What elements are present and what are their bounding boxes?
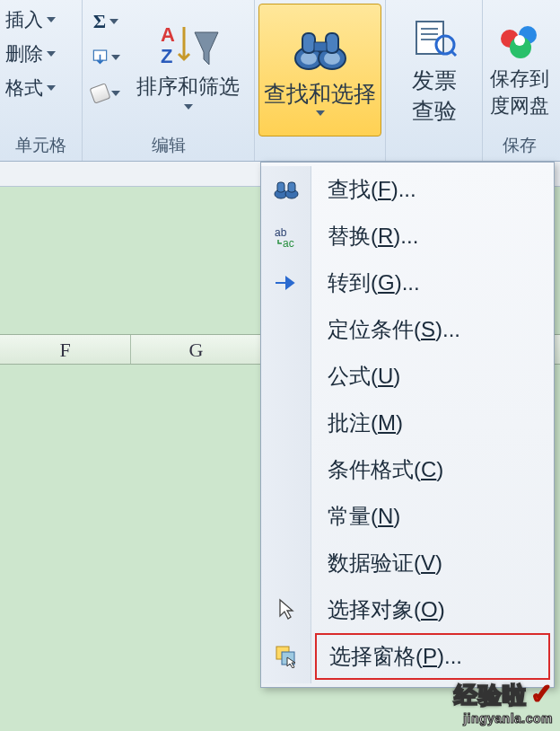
group-label-editing: 编辑 bbox=[83, 134, 254, 157]
ribbon-group-find-select: 查找和选择 bbox=[255, 0, 386, 161]
menu-item-select-objects[interactable]: 选择对象(O) bbox=[311, 586, 554, 633]
svg-rect-7 bbox=[302, 33, 315, 53]
find-select-button[interactable]: 查找和选择 bbox=[258, 4, 381, 137]
insert-label: 插入 bbox=[5, 7, 43, 32]
menu-item-find[interactable]: 查找(F)... bbox=[311, 166, 554, 213]
sort-filter-label: 排序和筛选 bbox=[136, 75, 240, 100]
sort-filter-button[interactable]: A Z 排序和筛选 bbox=[126, 2, 250, 128]
clear-button[interactable] bbox=[92, 79, 120, 108]
menu-item-selection-pane[interactable]: 选择窗格(P)... bbox=[315, 633, 550, 680]
dropdown-icon bbox=[47, 17, 56, 22]
eraser-icon bbox=[89, 83, 110, 103]
group-label-save: 保存 bbox=[483, 134, 556, 157]
dropdown-icon bbox=[316, 110, 325, 116]
dropdown-icon bbox=[184, 104, 193, 110]
svg-rect-22 bbox=[277, 182, 284, 192]
format-label: 格式 bbox=[5, 75, 43, 101]
fill-down-icon bbox=[92, 48, 109, 67]
column-header[interactable]: G bbox=[131, 335, 262, 364]
svg-point-5 bbox=[301, 52, 317, 65]
dropdown-icon bbox=[47, 51, 56, 57]
svg-text:Z: Z bbox=[161, 45, 172, 67]
ribbon: 插入 删除 格式 单元格 Σ bbox=[0, 0, 560, 162]
ribbon-group-cells: 插入 删除 格式 单元格 bbox=[0, 0, 83, 161]
svg-point-6 bbox=[324, 52, 340, 65]
menu-item-goto[interactable]: 转到(G)... bbox=[311, 260, 554, 306]
blank-icon bbox=[261, 400, 311, 446]
cloud-icon bbox=[497, 22, 542, 64]
invoice-label-1: 发票 bbox=[412, 66, 457, 93]
replace-icon: ab ac bbox=[261, 213, 311, 260]
cursor-icon bbox=[261, 586, 311, 633]
binoculars-icon bbox=[291, 24, 350, 76]
ribbon-group-invoice: 发票 查验 bbox=[386, 0, 483, 161]
ribbon-group-editing: Σ A Z bbox=[83, 0, 255, 161]
fill-button[interactable] bbox=[92, 43, 120, 72]
delete-button[interactable]: 删除 bbox=[4, 40, 78, 68]
arrow-right-icon bbox=[261, 260, 311, 306]
menu-item-comments[interactable]: 批注(M) bbox=[311, 400, 554, 446]
save-label-1: 保存到 bbox=[490, 67, 549, 91]
save-label-2: 度网盘 bbox=[490, 94, 549, 118]
blank-icon bbox=[261, 306, 311, 353]
group-label-cells: 单元格 bbox=[0, 134, 82, 157]
watermark: 经验啦 ✓ jingyanla.com bbox=[454, 678, 553, 726]
invoice-icon bbox=[411, 16, 458, 63]
find-select-label: 查找和选择 bbox=[264, 80, 376, 107]
blank-icon bbox=[261, 540, 311, 586]
invoice-verify-button[interactable]: 发票 查验 bbox=[389, 4, 478, 137]
menu-icon-column: ab ac bbox=[261, 166, 311, 683]
sort-filter-icon: A Z bbox=[157, 20, 220, 69]
blank-icon bbox=[261, 353, 311, 400]
invoice-label-2: 查验 bbox=[412, 97, 457, 124]
watermark-brand: 经验啦 bbox=[454, 682, 527, 709]
svg-text:ac: ac bbox=[283, 237, 294, 247]
find-select-dropdown: ab ac bbox=[260, 162, 555, 688]
menu-item-goto-special[interactable]: 定位条件(S)... bbox=[311, 306, 554, 353]
dropdown-icon bbox=[111, 55, 120, 60]
blank-icon bbox=[261, 446, 311, 493]
svg-rect-8 bbox=[326, 33, 338, 53]
save-baidu-button[interactable]: 保存到 度网盘 bbox=[486, 4, 553, 137]
check-icon: ✓ bbox=[530, 679, 553, 709]
binocular-icon bbox=[261, 166, 311, 213]
watermark-url: jingyanla.com bbox=[454, 711, 553, 726]
menu-item-conditional-formatting[interactable]: 条件格式(C) bbox=[311, 446, 554, 493]
format-button[interactable]: 格式 bbox=[4, 74, 78, 102]
dropdown-icon bbox=[111, 91, 120, 96]
ribbon-group-save: 保存到 度网盘 保存 bbox=[483, 0, 556, 161]
dropdown-icon bbox=[109, 19, 118, 24]
delete-label: 删除 bbox=[5, 41, 43, 66]
svg-text:A: A bbox=[161, 23, 175, 46]
column-header[interactable]: F bbox=[0, 335, 131, 364]
svg-line-15 bbox=[451, 51, 456, 56]
menu-item-replace[interactable]: 替换(R)... bbox=[311, 213, 554, 260]
menu-item-formulas[interactable]: 公式(U) bbox=[311, 353, 554, 400]
svg-rect-9 bbox=[314, 42, 327, 51]
menu-item-constants[interactable]: 常量(N) bbox=[311, 493, 554, 540]
selection-pane-icon bbox=[261, 633, 311, 680]
blank-icon bbox=[261, 493, 311, 540]
svg-rect-23 bbox=[288, 182, 295, 192]
menu-items: 查找(F)... 替换(R)... 转到(G)... 定位条件(S)... 公式… bbox=[311, 166, 554, 683]
autosum-button[interactable]: Σ bbox=[92, 7, 120, 36]
sigma-icon: Σ bbox=[93, 10, 106, 33]
svg-point-19 bbox=[514, 35, 525, 46]
dropdown-icon bbox=[47, 85, 56, 91]
menu-item-data-validation[interactable]: 数据验证(V) bbox=[311, 540, 554, 586]
insert-button[interactable]: 插入 bbox=[4, 5, 78, 34]
